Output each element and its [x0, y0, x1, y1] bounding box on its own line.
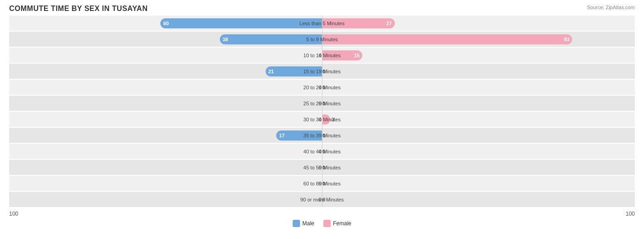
female-zero-value: 0 [322, 85, 325, 90]
male-zero-value: 0 [319, 101, 322, 106]
female-value: 15 [354, 53, 362, 58]
rows-container: 6027Less than 5 Minutes38935 to 9 Minute… [9, 16, 635, 207]
female-value: 93 [564, 37, 572, 42]
male-bar: 17 [276, 130, 322, 141]
female-zero-value: 0 [322, 133, 325, 138]
axis-right-label: 100 [626, 211, 635, 217]
female-zero-value: 0 [322, 69, 325, 74]
axis-left-label: 100 [9, 211, 18, 217]
female-zero-value: 0 [322, 165, 325, 170]
chart-title: COMMUTE TIME BY SEX IN TUSAYAN [9, 5, 635, 13]
male-value: 17 [276, 133, 284, 138]
source-text: Source: ZipAtlas.com [587, 5, 635, 10]
legend-female: Female [323, 220, 351, 227]
male-value: 60 [160, 21, 169, 26]
male-swatch [293, 220, 300, 227]
male-bar: 60 [160, 18, 322, 28]
male-bar: 21 [266, 66, 322, 76]
male-zero-value: 0 [319, 85, 322, 90]
female-bar: 3 [322, 114, 330, 125]
male-zero-value: 0 [319, 165, 322, 170]
legend-male: Male [293, 220, 314, 227]
female-label: Female [333, 220, 351, 227]
male-label: Male [302, 220, 314, 227]
male-zero-value: 0 [319, 197, 322, 202]
female-bar: 15 [322, 50, 362, 60]
center-divider [322, 16, 322, 207]
male-value: 38 [220, 37, 228, 42]
female-value: 27 [386, 21, 394, 26]
male-zero-value: 0 [319, 149, 322, 154]
female-value: 3 [332, 117, 334, 122]
female-zero-value: 0 [322, 149, 325, 154]
male-bar: 38 [220, 34, 322, 44]
female-bar: 93 [322, 34, 572, 44]
male-zero-value: 0 [319, 181, 322, 186]
female-bar: 27 [322, 18, 395, 28]
chart-container: COMMUTE TIME BY SEX IN TUSAYAN Source: Z… [0, 0, 644, 239]
female-swatch [323, 220, 331, 227]
female-zero-value: 0 [322, 197, 325, 202]
male-zero-value: 0 [319, 53, 322, 58]
female-zero-value: 0 [322, 101, 325, 106]
legend: Male Female [9, 220, 635, 227]
axis-bottom: 100 100 [9, 209, 635, 217]
male-zero-value: 0 [319, 117, 322, 122]
male-value: 21 [266, 69, 274, 74]
female-zero-value: 0 [322, 181, 325, 186]
